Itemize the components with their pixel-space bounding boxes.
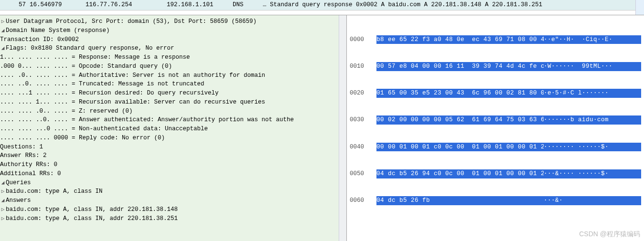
hex-ascii: ··e"··H· ·Ciq··E· bbox=[544, 35, 641, 44]
tree-scrollbar[interactable] bbox=[339, 15, 346, 241]
node-query-item[interactable]: ▷baidu.com: type A, class IN bbox=[0, 187, 346, 196]
col-no: 57 bbox=[9, 0, 28, 10]
hex-bytes: b8 ee 65 22 f3 a0 48 0e ec 43 69 71 08 0… bbox=[376, 35, 544, 44]
chevron-down-icon[interactable]: ◢ bbox=[0, 44, 6, 52]
hex-row[interactable]: 005004 dc b5 26 94 c0 0c 00 01 00 01 00 … bbox=[350, 169, 641, 178]
hex-ascii: ···&···· ······$· bbox=[544, 169, 641, 178]
flag-line[interactable]: .... ..0. .... .... = Truncated: Message… bbox=[0, 80, 346, 89]
hex-row[interactable]: 004000 00 01 00 01 c0 0c 00 01 00 01 00 … bbox=[350, 143, 641, 152]
chevron-right-icon[interactable]: ▷ bbox=[0, 18, 6, 26]
flag-line[interactable]: .... .... .... 0000 = Reply code: No err… bbox=[0, 134, 346, 143]
chevron-right-icon[interactable]: ▷ bbox=[0, 215, 6, 223]
node-transaction-id[interactable]: Transaction ID: 0x0002 bbox=[0, 35, 346, 44]
col-dest: 192.168.1.101 bbox=[165, 0, 231, 10]
packet-bytes-pane[interactable]: 0000b8 ee 65 22 f3 a0 48 0e ec 43 69 71 … bbox=[347, 15, 644, 241]
node-answer-item[interactable]: ▷baidu.com: type A, class IN, addr 220.1… bbox=[0, 214, 346, 223]
node-flags[interactable]: ◢Flags: 0x8180 Standard query response, … bbox=[0, 44, 346, 53]
hex-offset: 0040 bbox=[350, 143, 376, 152]
hex-ascii: ········ ······$· bbox=[544, 143, 641, 152]
hex-offset: 0010 bbox=[350, 62, 376, 71]
hex-bytes: 00 00 01 00 01 c0 0c 00 01 00 01 00 00 0… bbox=[376, 143, 544, 152]
hex-row[interactable]: 0000b8 ee 65 22 f3 a0 48 0e ec 43 69 71 … bbox=[350, 35, 641, 44]
hex-offset: 0060 bbox=[350, 196, 376, 205]
packetlist-scrollbar[interactable] bbox=[635, 0, 644, 15]
node-answers[interactable]: ◢Answers bbox=[0, 196, 346, 205]
chevron-down-icon[interactable]: ◢ bbox=[0, 197, 6, 205]
hex-bytes: 01 65 00 35 e5 23 00 43 6c 96 00 02 81 8… bbox=[376, 89, 544, 98]
chevron-down-icon[interactable]: ◢ bbox=[0, 27, 6, 35]
flag-line[interactable]: .... .... ..0. .... = Answer authenticat… bbox=[0, 115, 346, 125]
hex-bytes: 04 dc b5 26 fb bbox=[376, 196, 544, 205]
node-udp[interactable]: ▷User Datagram Protocol, Src Port: domai… bbox=[0, 17, 346, 26]
chevron-down-icon[interactable]: ◢ bbox=[0, 179, 6, 187]
packet-details-pane[interactable]: ▷User Datagram Protocol, Src Port: domai… bbox=[0, 15, 347, 241]
flag-line[interactable]: 1... .... .... .... = Response: Message … bbox=[0, 53, 346, 62]
col-source: 116.77.76.254 bbox=[84, 0, 165, 10]
hex-row[interactable]: 002001 65 00 35 e5 23 00 43 6c 96 00 02 … bbox=[350, 89, 641, 98]
hex-bytes: 00 02 00 00 00 00 05 62 61 69 64 75 03 6… bbox=[376, 115, 544, 125]
hex-offset: 0050 bbox=[350, 169, 376, 178]
col-time: 16.546979 bbox=[28, 0, 84, 10]
hex-ascii: ·······b aidu·com bbox=[544, 115, 641, 125]
hex-offset: 0030 bbox=[350, 115, 376, 125]
node-answer-item[interactable]: ▷baidu.com: type A, class IN, addr 220.1… bbox=[0, 205, 346, 214]
hex-ascii: ···&· bbox=[544, 196, 641, 205]
hex-bytes: 00 57 e8 04 00 00 16 11 39 39 74 4d 4c f… bbox=[376, 62, 544, 71]
packet-row-selected[interactable]: 57 16.546979 116.77.76.254 192.168.1.101… bbox=[0, 0, 644, 10]
hex-row[interactable]: 003000 02 00 00 00 00 05 62 61 69 64 75 … bbox=[350, 115, 641, 125]
node-authority-rrs[interactable]: Authority RRs: 0 bbox=[0, 160, 346, 169]
hex-offset: 0000 bbox=[350, 35, 376, 44]
flag-line[interactable]: .... .... ...0 .... = Non-authenticated … bbox=[0, 125, 346, 134]
hex-offset: 0020 bbox=[350, 89, 376, 98]
node-answer-rrs[interactable]: Answer RRs: 2 bbox=[0, 151, 346, 160]
flag-line[interactable]: .... ...1 .... .... = Recursion desired:… bbox=[0, 89, 346, 98]
node-additional-rrs[interactable]: Additional RRs: 0 bbox=[0, 169, 346, 178]
hex-ascii: ·e·5·#·C l······· bbox=[544, 89, 641, 98]
col-protocol: DNS bbox=[231, 0, 261, 10]
flag-line[interactable]: .... .... .0.. .... = Z: reserved (0) bbox=[0, 107, 346, 116]
node-dns[interactable]: ◢Domain Name System (response) bbox=[0, 26, 346, 35]
hex-row[interactable]: 001000 57 e8 04 00 00 16 11 39 39 74 4d … bbox=[350, 62, 641, 71]
packet-list-pane[interactable]: 57 16.546979 116.77.76.254 192.168.1.101… bbox=[0, 0, 644, 15]
hex-row[interactable]: 006004 dc b5 26 fb···&· bbox=[350, 196, 641, 205]
chevron-right-icon[interactable]: ▷ bbox=[0, 188, 6, 196]
col-info: … Standard query response 0x0002 A baidu… bbox=[261, 0, 644, 10]
hex-ascii: ·W······ 99tML··· bbox=[544, 62, 641, 71]
flag-line[interactable]: .... .... 1... .... = Recursion availabl… bbox=[0, 98, 346, 107]
node-questions[interactable]: Questions: 1 bbox=[0, 143, 346, 152]
node-queries[interactable]: ◢Queries bbox=[0, 178, 346, 188]
hex-bytes: 04 dc b5 26 94 c0 0c 00 01 00 01 00 00 0… bbox=[376, 169, 544, 178]
flag-line[interactable]: .000 0... .... .... = Opcode: Standard q… bbox=[0, 62, 346, 71]
flag-line[interactable]: .... .0.. .... .... = Authoritative: Ser… bbox=[0, 71, 346, 80]
chevron-right-icon[interactable]: ▷ bbox=[0, 206, 6, 214]
